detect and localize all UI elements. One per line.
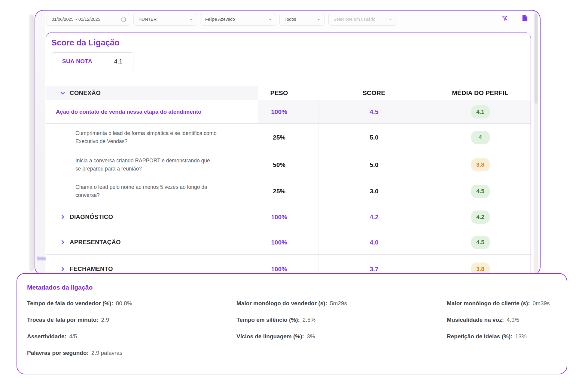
metadata-card: Metadados da ligação Tempo de fala do ve… [17,273,567,374]
metadata-grid: Tempo de fala do vendedor (%):80.8% Troc… [27,300,557,356]
group-label: DIAGNÓSTICO [70,214,113,220]
score-value: 4.2 [370,214,378,221]
sua-nota-value: 4.1 [103,53,133,70]
metric-label: Tempo de fala do vendedor (%): [27,300,113,306]
column-header-media: MÉDIA DO PERFIL [430,86,531,100]
scope-select[interactable]: Todos [279,13,325,26]
criterion-label: Inicia a conversa criando RAPPORT e demo… [75,157,217,173]
metric-label: Palavras por segundo: [27,350,89,356]
metric-vicios-de-linguagem: Vícios de linguagem (%):3% [236,333,447,340]
team-select[interactable]: HUNTER [133,13,197,26]
chevron-right-icon[interactable] [59,266,66,272]
scrollbar[interactable] [534,12,538,274]
media-badge: 4.5 [471,185,490,198]
score-table: CONEXÃO PESO SCORE MÉDIA DO PERFIL Ação … [46,86,531,276]
team-select-value: HUNTER [139,17,157,22]
score-value: 5.0 [370,161,378,168]
chevron-down-icon [268,17,272,21]
seller-select[interactable]: Felipe Azevedo [200,13,276,26]
metric-label: Repetição de ideias (%): [447,333,513,339]
peso-value: 100% [271,108,287,115]
group-label: APRESENTAÇÃO [70,239,121,246]
score-value: 3.0 [370,188,378,195]
metadata-column-1: Tempo de fala do vendedor (%):80.8% Troc… [27,300,236,356]
table-row: Cumprimenta o lead de forma simpática e … [46,124,531,151]
page: Inte 01/06/2025 ~ 01/12/2025 HUNTER [0,0,588,384]
filter-clear-button[interactable] [501,14,509,22]
panel-left-shade [35,11,45,275]
metadata-column-3: Maior monólogo do cliente (s):0m39s Musi… [447,300,557,356]
peso-value: 25% [273,188,285,195]
score-card-title: Score da Ligação [51,38,120,48]
group-row-diagnostico[interactable]: DIAGNÓSTICO 100% 4.2 4.2 [46,204,531,230]
metric-label: Vícios de linguagem (%): [236,333,304,339]
metric-musicalidade-na-voz: Musicalidade na voz:4.9/5 [447,317,557,323]
metric-label: Trocas de fala por minuto: [27,317,99,323]
sua-nota-box: SUA NOTA 4.1 [51,52,133,70]
media-badge: 4.5 [471,236,490,249]
metric-label: Maior monólogo do vendedor (s): [236,300,327,306]
file-icon [522,15,528,22]
metric-value: 80.8% [116,300,132,306]
peso-value: 100% [271,266,287,273]
metric-value: 4/5 [69,333,77,339]
group-label: CONEXÃO [70,90,101,97]
seller-select-value: Felipe Azevedo [205,17,235,22]
metric-value: 2.9 palavras [91,350,123,356]
peso-value: 100% [271,214,287,221]
column-header-score: SCORE [318,86,430,100]
user-select-placeholder: Selecione um usuário [334,17,375,22]
score-value: 4.5 [370,108,378,115]
sua-nota-tab[interactable]: SUA NOTA [51,53,103,70]
calendar-icon [121,17,126,22]
peso-value: 100% [271,239,287,246]
metric-assertividade: Assertividade:4/5 [27,333,236,340]
group-header-conexao[interactable]: CONEXÃO [46,86,258,100]
group-row-apresentacao[interactable]: APRESENTAÇÃO 100% 4.0 4.5 [46,230,531,255]
filter-icon [501,15,508,21]
metric-label: Assertividade: [27,333,66,339]
table-row: Chama o lead pelo nome ao menos 5 vezes … [46,178,531,204]
background-link-fragment: Inte [37,256,46,262]
metric-label: Maior monólogo do cliente (s): [447,300,530,306]
metric-value: 13% [515,333,527,339]
media-badge: 4.2 [471,210,490,224]
score-value: 4.0 [370,239,378,246]
metric-tempo-em-silencio: Tempo em silêncio (%):2.5% [236,317,447,323]
chevron-right-icon[interactable] [59,214,66,220]
filter-bar: 01/06/2025 ~ 01/12/2025 HUNTER Felipe Az… [35,11,540,29]
metric-value: 2.5% [303,317,315,323]
chevron-right-icon[interactable] [59,239,66,245]
metadata-column-2: Maior monólogo do vendedor (s):5m29s Tem… [236,300,447,356]
score-value: 3.7 [370,266,378,273]
metadata-title: Metadados da ligação [27,284,557,291]
chevron-down-icon [189,17,193,21]
peso-value: 50% [273,161,285,168]
background-scrollbar [29,14,34,272]
peso-value: 25% [273,134,285,141]
date-range-value: 01/06/2025 ~ 01/12/2025 [52,17,100,22]
group-label: FECHAMENTO [70,266,113,272]
group-row-fechamento[interactable]: FECHAMENTO 100% 3.7 3.8 [46,255,531,276]
metric-value: 3% [307,333,315,339]
user-select[interactable]: Selecione um usuário [328,13,396,26]
metric-value: 5m29s [330,300,347,306]
chevron-down-icon [317,17,321,21]
table-row: Inicia a conversa criando RAPPORT e demo… [46,151,531,178]
table-row: Ação do contato de venda nessa etapa do … [46,100,531,124]
criterion-label: Chama o lead pelo nome ao menos 5 vezes … [75,183,217,199]
media-badge: 4.1 [471,105,490,118]
metric-value: 4.9/5 [507,317,519,323]
criterion-label: Cumprimenta o lead de forma simpática e … [75,129,217,145]
score-card: Score da Ligação SUA NOTA 4.1 CONEXÃO PE… [46,32,531,276]
chevron-down-icon[interactable] [59,90,66,96]
metric-trocas-de-fala: Trocas de fala por minuto:2.9 [27,317,236,323]
date-range-input[interactable]: 01/06/2025 ~ 01/12/2025 [47,13,130,26]
metric-maior-monologo-vendedor: Maior monólogo do vendedor (s):5m29s [236,300,447,307]
metric-palavras-por-segundo: Palavras por segundo:2.9 palavras [27,350,236,356]
metric-value: 0m39s [533,300,550,306]
export-report-button[interactable] [521,14,529,22]
criterion-label: Ação do contato de venda nessa etapa do … [46,100,258,123]
scrollbar-thumb[interactable] [535,14,538,104]
media-badge: 3.8 [471,158,490,171]
